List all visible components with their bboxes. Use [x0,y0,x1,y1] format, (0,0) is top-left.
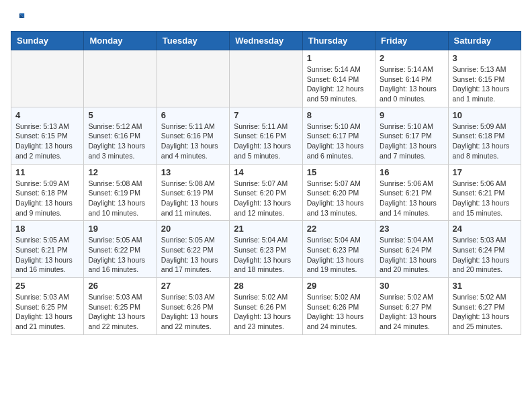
day-info: Sunrise: 5:11 AM Sunset: 6:16 PM Dayligh… [161,122,225,161]
day-number: 30 [380,281,443,291]
weekday-header-sunday: Sunday [11,32,84,50]
weekday-header-thursday: Thursday [302,32,375,50]
calendar-cell: 30Sunrise: 5:02 AM Sunset: 6:27 PM Dayli… [375,278,448,335]
day-info: Sunrise: 5:08 AM Sunset: 6:19 PM Dayligh… [88,179,152,218]
calendar-cell [11,50,84,107]
day-number: 27 [161,281,225,291]
day-number: 10 [453,110,517,120]
day-number: 1 [307,53,371,63]
calendar-cell: 14Sunrise: 5:07 AM Sunset: 6:20 PM Dayli… [230,164,302,221]
day-number: 21 [234,224,298,234]
day-info: Sunrise: 5:10 AM Sunset: 6:17 PM Dayligh… [380,122,443,161]
calendar-cell: 16Sunrise: 5:06 AM Sunset: 6:21 PM Dayli… [375,164,448,221]
calendar-cell: 27Sunrise: 5:03 AM Sunset: 6:26 PM Dayli… [157,278,229,335]
day-number: 24 [453,224,517,234]
day-info: Sunrise: 5:02 AM Sunset: 6:26 PM Dayligh… [234,292,298,332]
calendar-cell: 2Sunrise: 5:14 AM Sunset: 6:14 PM Daylig… [375,50,448,107]
weekday-header-wednesday: Wednesday [230,32,302,50]
calendar-cell [230,50,302,107]
day-number: 31 [453,281,517,291]
weekday-header-tuesday: Tuesday [157,32,229,50]
day-info: Sunrise: 5:11 AM Sunset: 6:16 PM Dayligh… [234,122,298,161]
day-info: Sunrise: 5:14 AM Sunset: 6:14 PM Dayligh… [307,64,371,104]
calendar-cell: 23Sunrise: 5:04 AM Sunset: 6:24 PM Dayli… [375,221,448,278]
logo-icon [11,11,26,26]
day-info: Sunrise: 5:04 AM Sunset: 6:23 PM Dayligh… [234,235,298,275]
calendar-cell: 17Sunrise: 5:06 AM Sunset: 6:21 PM Dayli… [448,164,521,221]
day-number: 25 [15,281,79,291]
day-number: 19 [88,224,152,234]
day-info: Sunrise: 5:02 AM Sunset: 6:26 PM Dayligh… [307,292,371,332]
day-info: Sunrise: 5:04 AM Sunset: 6:23 PM Dayligh… [307,235,371,275]
day-number: 18 [15,224,79,234]
day-number: 11 [15,167,79,177]
day-number: 9 [380,110,443,120]
day-info: Sunrise: 5:09 AM Sunset: 6:18 PM Dayligh… [453,122,517,161]
calendar-cell: 3Sunrise: 5:13 AM Sunset: 6:15 PM Daylig… [448,50,521,107]
calendar-header-row: SundayMondayTuesdayWednesdayThursdayFrid… [11,32,521,50]
weekday-header-friday: Friday [375,32,448,50]
calendar-cell: 9Sunrise: 5:10 AM Sunset: 6:17 PM Daylig… [375,107,448,164]
day-info: Sunrise: 5:05 AM Sunset: 6:22 PM Dayligh… [161,235,225,275]
calendar-cell: 15Sunrise: 5:07 AM Sunset: 6:20 PM Dayli… [302,164,375,221]
calendar-cell: 31Sunrise: 5:02 AM Sunset: 6:27 PM Dayli… [448,278,521,335]
calendar-cell: 12Sunrise: 5:08 AM Sunset: 6:19 PM Dayli… [84,164,157,221]
calendar-cell [84,50,157,107]
calendar-cell: 1Sunrise: 5:14 AM Sunset: 6:14 PM Daylig… [302,50,375,107]
day-number: 2 [380,53,443,63]
calendar-week-row: 11Sunrise: 5:09 AM Sunset: 6:18 PM Dayli… [11,164,521,221]
day-info: Sunrise: 5:03 AM Sunset: 6:26 PM Dayligh… [161,292,225,332]
day-number: 17 [453,167,517,177]
day-info: Sunrise: 5:02 AM Sunset: 6:27 PM Dayligh… [453,292,517,332]
day-info: Sunrise: 5:05 AM Sunset: 6:22 PM Dayligh… [88,235,152,275]
day-number: 14 [234,167,298,177]
day-info: Sunrise: 5:14 AM Sunset: 6:14 PM Dayligh… [380,64,443,104]
calendar-cell: 18Sunrise: 5:05 AM Sunset: 6:21 PM Dayli… [11,221,84,278]
calendar-table: SundayMondayTuesdayWednesdayThursdayFrid… [11,31,521,335]
calendar-cell: 13Sunrise: 5:08 AM Sunset: 6:19 PM Dayli… [157,164,229,221]
day-info: Sunrise: 5:06 AM Sunset: 6:21 PM Dayligh… [380,179,443,218]
calendar-week-row: 25Sunrise: 5:03 AM Sunset: 6:25 PM Dayli… [11,278,521,335]
weekday-header-saturday: Saturday [448,32,521,50]
day-number: 26 [88,281,152,291]
page-header [11,11,521,26]
calendar-cell: 20Sunrise: 5:05 AM Sunset: 6:22 PM Dayli… [157,221,229,278]
day-number: 4 [15,110,79,120]
day-info: Sunrise: 5:09 AM Sunset: 6:18 PM Dayligh… [15,179,79,218]
calendar-cell: 28Sunrise: 5:02 AM Sunset: 6:26 PM Dayli… [230,278,302,335]
day-info: Sunrise: 5:06 AM Sunset: 6:21 PM Dayligh… [453,179,517,218]
calendar-week-row: 4Sunrise: 5:13 AM Sunset: 6:15 PM Daylig… [11,107,521,164]
day-number: 13 [161,167,225,177]
day-info: Sunrise: 5:03 AM Sunset: 6:25 PM Dayligh… [88,292,152,332]
calendar-cell [157,50,229,107]
calendar-cell: 7Sunrise: 5:11 AM Sunset: 6:16 PM Daylig… [230,107,302,164]
calendar-cell: 10Sunrise: 5:09 AM Sunset: 6:18 PM Dayli… [448,107,521,164]
day-number: 12 [88,167,152,177]
day-number: 15 [307,167,371,177]
calendar-cell: 25Sunrise: 5:03 AM Sunset: 6:25 PM Dayli… [11,278,84,335]
calendar-cell: 19Sunrise: 5:05 AM Sunset: 6:22 PM Dayli… [84,221,157,278]
day-info: Sunrise: 5:13 AM Sunset: 6:15 PM Dayligh… [15,122,79,161]
day-info: Sunrise: 5:02 AM Sunset: 6:27 PM Dayligh… [380,292,443,332]
day-info: Sunrise: 5:07 AM Sunset: 6:20 PM Dayligh… [307,179,371,218]
day-info: Sunrise: 5:04 AM Sunset: 6:24 PM Dayligh… [380,235,443,275]
day-info: Sunrise: 5:07 AM Sunset: 6:20 PM Dayligh… [234,179,298,218]
day-number: 6 [161,110,225,120]
calendar-cell: 8Sunrise: 5:10 AM Sunset: 6:17 PM Daylig… [302,107,375,164]
day-info: Sunrise: 5:08 AM Sunset: 6:19 PM Dayligh… [161,179,225,218]
day-info: Sunrise: 5:05 AM Sunset: 6:21 PM Dayligh… [15,235,79,275]
calendar-cell: 5Sunrise: 5:12 AM Sunset: 6:16 PM Daylig… [84,107,157,164]
day-number: 28 [234,281,298,291]
day-info: Sunrise: 5:13 AM Sunset: 6:15 PM Dayligh… [453,64,517,104]
calendar-cell: 4Sunrise: 5:13 AM Sunset: 6:15 PM Daylig… [11,107,84,164]
calendar-week-row: 18Sunrise: 5:05 AM Sunset: 6:21 PM Dayli… [11,221,521,278]
calendar-cell: 24Sunrise: 5:03 AM Sunset: 6:24 PM Dayli… [448,221,521,278]
day-number: 20 [161,224,225,234]
day-number: 16 [380,167,443,177]
day-info: Sunrise: 5:03 AM Sunset: 6:24 PM Dayligh… [453,235,517,275]
calendar-cell: 21Sunrise: 5:04 AM Sunset: 6:23 PM Dayli… [230,221,302,278]
calendar-cell: 29Sunrise: 5:02 AM Sunset: 6:26 PM Dayli… [302,278,375,335]
day-number: 3 [453,53,517,63]
calendar-cell: 22Sunrise: 5:04 AM Sunset: 6:23 PM Dayli… [302,221,375,278]
calendar-cell: 6Sunrise: 5:11 AM Sunset: 6:16 PM Daylig… [157,107,229,164]
